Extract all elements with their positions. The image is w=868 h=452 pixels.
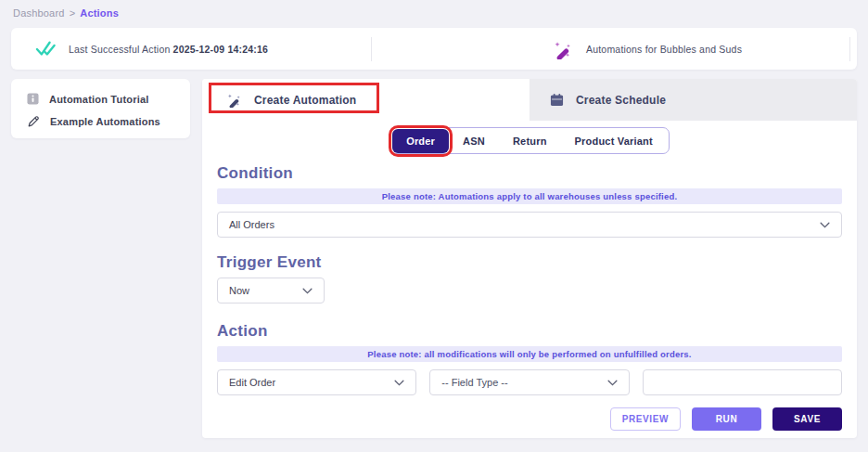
field-type-select[interactable]: -- Field Type -- (429, 369, 629, 395)
entity-tabs-wrap: Order ASN Return Product Variant (217, 127, 842, 154)
sidebar-item-label: Automation Tutorial (49, 94, 148, 105)
automations-store-label: Automations for Bubbles and Suds (586, 44, 742, 55)
double-check-icon (35, 40, 56, 58)
entity-tab-asn[interactable]: ASN (449, 129, 499, 153)
sidebar-item-example-automations[interactable]: Example Automations (27, 111, 190, 131)
tab-label: Create Schedule (576, 94, 666, 107)
entity-tab-product-variant[interactable]: Product Variant (561, 129, 667, 153)
entity-tabs: Order ASN Return Product Variant (389, 127, 670, 154)
info-icon (27, 93, 39, 105)
preview-button[interactable]: PREVIEW (610, 407, 681, 431)
panel-tabbar: Create Automation Create Schedule (202, 79, 857, 121)
breadcrumb-separator: > (70, 7, 76, 19)
action-type-select-value: Edit Order (229, 377, 275, 388)
condition-heading: Condition (217, 164, 842, 183)
panel-content: Order ASN Return Product Variant Conditi… (202, 121, 857, 431)
chevron-down-icon (302, 288, 313, 294)
save-button[interactable]: SAVE (772, 407, 842, 431)
status-bar: Last Successful Action 2025-12-09 14:24:… (11, 28, 857, 70)
trigger-event-select[interactable]: Now (217, 278, 325, 303)
last-action-timestamp: 2025-12-09 14:24:16 (173, 44, 268, 55)
magic-wand-icon (226, 92, 242, 108)
tab-label: Create Automation (254, 94, 356, 107)
pencil-icon (27, 115, 40, 128)
chevron-down-icon (820, 222, 830, 228)
entity-tab-return[interactable]: Return (499, 129, 561, 153)
action-type-select[interactable]: Edit Order (217, 369, 416, 395)
breadcrumb: Dashboard>Actions (13, 7, 119, 19)
field-type-select-value: -- Field Type -- (441, 377, 507, 388)
chevron-down-icon (607, 380, 618, 386)
calendar-icon (550, 93, 564, 107)
sidebar: Automation Tutorial Example Automations (11, 79, 190, 138)
status-bar-end-divider (849, 37, 850, 61)
field-value-input-wrap (643, 369, 842, 395)
breadcrumb-actions: Actions (80, 7, 119, 19)
action-note: Please note: all modifications will only… (217, 346, 842, 362)
chevron-down-icon (394, 380, 404, 386)
last-action-status: Last Successful Action 2025-12-09 14:24:… (11, 40, 371, 58)
automation-panel: Create Automation Create Schedule (202, 79, 857, 438)
last-action-text: Last Successful Action 2025-12-09 14:24:… (69, 44, 268, 55)
condition-note: Please note: Automations apply to all wa… (217, 188, 842, 204)
sidebar-item-automation-tutorial[interactable]: Automation Tutorial (27, 89, 190, 109)
condition-select-value: All Orders (229, 219, 274, 230)
magic-wand-icon (553, 39, 573, 59)
action-buttons-row: PREVIEW RUN SAVE (217, 407, 842, 431)
tab-create-automation[interactable]: Create Automation (202, 79, 530, 121)
entity-tab-order[interactable]: Order (392, 129, 449, 153)
tab-create-schedule[interactable]: Create Schedule (530, 79, 857, 121)
field-value-input[interactable] (655, 377, 830, 388)
breadcrumb-dashboard-link[interactable]: Dashboard (13, 7, 65, 19)
last-action-label: Last Successful Action (69, 44, 170, 55)
trigger-event-select-value: Now (229, 285, 249, 296)
trigger-event-heading: Trigger Event (217, 253, 842, 272)
action-controls-row: Edit Order -- Field Type -- (217, 369, 842, 395)
condition-select[interactable]: All Orders (217, 212, 842, 238)
action-heading: Action (217, 322, 842, 341)
sidebar-item-label: Example Automations (50, 116, 160, 127)
run-button[interactable]: RUN (692, 407, 761, 431)
automation-actions-page: Dashboard>Actions Last Successful Action… (0, 0, 868, 452)
automations-store-status: Automations for Bubbles and Suds (372, 39, 857, 59)
